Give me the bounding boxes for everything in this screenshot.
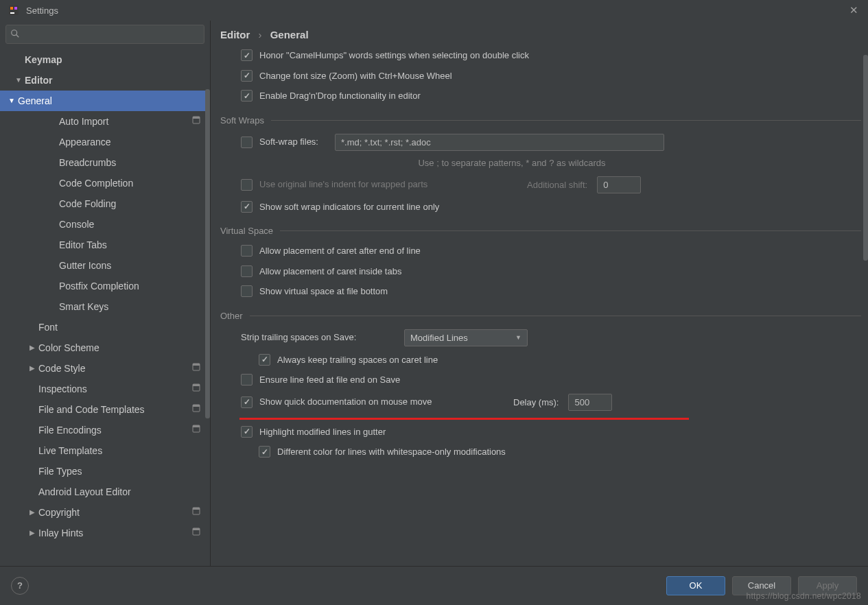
opt-use-original-indent[interactable]: Use original line's indent for wrapped p… [241,176,861,193]
sidebar-item-inlay-hints[interactable]: ▶Inlay Hints [5,523,204,543]
sidebar-item-gutter-icons[interactable]: Gutter Icons [5,255,204,276]
svg-rect-19 [193,528,200,530]
sidebar-item-file-and-code-templates[interactable]: File and Code Templates [5,399,204,420]
opt-ensure-lf[interactable]: Ensure line feed at file end on Save [241,373,861,387]
breadcrumb: Editor › General [220,29,861,40]
content-scrollbar[interactable] [863,55,868,261]
checkbox-always-keep-caret[interactable] [259,354,270,366]
close-icon[interactable]: ✕ [849,4,858,16]
svg-rect-11 [193,384,200,386]
sidebar-item-code-completion[interactable]: Code Completion [5,173,204,193]
opt-dnd[interactable]: Enable Drag'n'Drop functionality in edit… [241,89,861,103]
cancel-button[interactable]: Cancel [732,576,791,595]
apply-button[interactable]: Apply [798,576,857,595]
project-settings-icon [192,420,200,440]
search-input[interactable] [23,29,200,40]
tree-arrow-icon: ▶ [26,502,38,523]
sidebar-item-appearance[interactable]: Appearance [5,132,204,152]
sidebar-item-smart-keys[interactable]: Smart Keys [5,296,204,317]
checkbox-use-original-indent[interactable] [241,179,253,191]
svg-line-5 [16,34,19,37]
sidebar-item-code-style[interactable]: ▶Code Style [5,358,204,379]
sidebar-item-breadcrumbs[interactable]: Breadcrumbs [5,152,204,173]
opt-softwrap-files[interactable]: Soft-wrap files: [241,134,861,151]
chevron-right-icon: › [259,29,262,40]
sidebar-item-editor-tabs[interactable]: Editor Tabs [5,235,204,255]
opt-caret-inside-tabs[interactable]: Allow placement of caret inside tabs [241,265,861,278]
sidebar-item-inspections[interactable]: Inspections [5,379,204,399]
titlebar: Settings ✕ [0,0,868,21]
checkbox-highlight-modified[interactable] [241,426,253,438]
checkbox-dnd[interactable] [241,90,253,102]
sidebar-item-color-scheme[interactable]: ▶Color Scheme [5,337,204,358]
opt-caret-after-eol[interactable]: Allow placement of caret after end of li… [241,244,861,258]
strip-trailing-dropdown[interactable]: Modified Lines ▼ [404,329,528,346]
opt-virtual-space-bottom[interactable]: Show virtual space at file bottom [241,285,861,298]
svg-point-4 [12,29,17,35]
checkbox-caret-inside-tabs[interactable] [241,265,253,277]
checkbox-diff-color[interactable] [259,446,270,458]
opt-softwrap-indicators[interactable]: Show soft wrap indicators for current li… [241,200,861,214]
sidebar-item-android-layout-editor[interactable]: Android Layout Editor [5,482,204,502]
sidebar-item-label: Inspections [38,379,192,399]
section-virtual-space: Virtual Space [220,226,861,236]
sidebar-scrollbar[interactable] [205,89,210,418]
svg-rect-13 [193,405,200,407]
checkbox-virtual-space-bottom[interactable] [241,285,253,297]
opt-quick-doc[interactable]: Show quick documentation on mouse move D… [241,394,861,411]
sidebar-item-label: General [18,91,204,111]
opt-highlight-modified[interactable]: Highlight modified lines in gutter [241,425,861,439]
settings-tree: Keymap▼Editor▼GeneralAuto ImportAppearan… [5,49,204,543]
sidebar-item-file-encodings[interactable]: File Encodings [5,420,204,440]
checkbox-ensure-lf[interactable] [241,374,253,385]
sidebar-item-general[interactable]: ▼General [0,91,210,111]
sidebar-item-label: Console [59,214,204,235]
help-button[interactable]: ? [11,577,29,595]
svg-rect-15 [193,425,200,427]
sidebar-item-label: File Encodings [38,420,192,440]
svg-rect-9 [193,364,200,366]
svg-rect-7 [193,117,200,119]
project-settings-icon [192,111,200,132]
sidebar-item-auto-import[interactable]: Auto Import [5,111,204,132]
checkbox-softwrap-indicators[interactable] [241,201,253,213]
additional-shift-input[interactable] [597,176,641,193]
sidebar-item-label: Font [38,317,204,337]
sidebar-item-label: Code Completion [59,173,204,193]
opt-diff-color[interactable]: Different color for lines with whitespac… [259,445,861,459]
tree-arrow-icon: ▼ [12,70,25,91]
sidebar-item-label: File Types [38,461,204,482]
sidebar-item-label: Editor [25,70,204,91]
checkbox-caret-after-eol[interactable] [241,245,253,257]
breadcrumb-editor[interactable]: Editor [220,29,250,40]
project-settings-icon [192,399,200,420]
sidebar-item-font[interactable]: Font [5,317,204,337]
delay-input[interactable] [568,394,612,411]
section-other: Other [220,311,861,321]
tree-arrow-icon: ▶ [26,523,38,543]
sidebar-item-copyright[interactable]: ▶Copyright [5,502,204,523]
checkbox-softwrap-files[interactable] [241,137,253,148]
opt-always-keep-caret[interactable]: Always keep trailing spaces on caret lin… [259,353,861,367]
sidebar-item-console[interactable]: Console [5,214,204,235]
sidebar-item-file-types[interactable]: File Types [5,461,204,482]
content-panel: Editor › General Honor "CamelHumps" word… [211,21,868,566]
checkbox-camelhumps[interactable] [241,49,253,61]
sidebar-item-label: Live Templates [38,440,204,461]
sidebar-item-keymap[interactable]: Keymap [5,49,204,70]
softwrap-hint: Use ; to separate patterns, * and ? as w… [344,158,680,168]
ok-button[interactable]: OK [666,576,725,595]
sidebar-item-label: Gutter Icons [59,255,204,276]
search-icon [10,29,20,40]
search-input-wrap[interactable] [5,25,204,44]
softwrap-files-input[interactable] [335,134,664,151]
checkbox-zoom[interactable] [241,70,253,82]
sidebar-item-live-templates[interactable]: Live Templates [5,440,204,461]
sidebar-item-editor[interactable]: ▼Editor [5,70,204,91]
project-settings-icon [192,379,200,399]
checkbox-quick-doc[interactable] [241,396,253,408]
sidebar-item-postfix-completion[interactable]: Postfix Completion [5,276,204,296]
sidebar-item-code-folding[interactable]: Code Folding [5,193,204,214]
opt-camelhumps[interactable]: Honor "CamelHumps" words settings when s… [241,49,861,62]
opt-zoom[interactable]: Change font size (Zoom) with Ctrl+Mouse … [241,69,861,83]
